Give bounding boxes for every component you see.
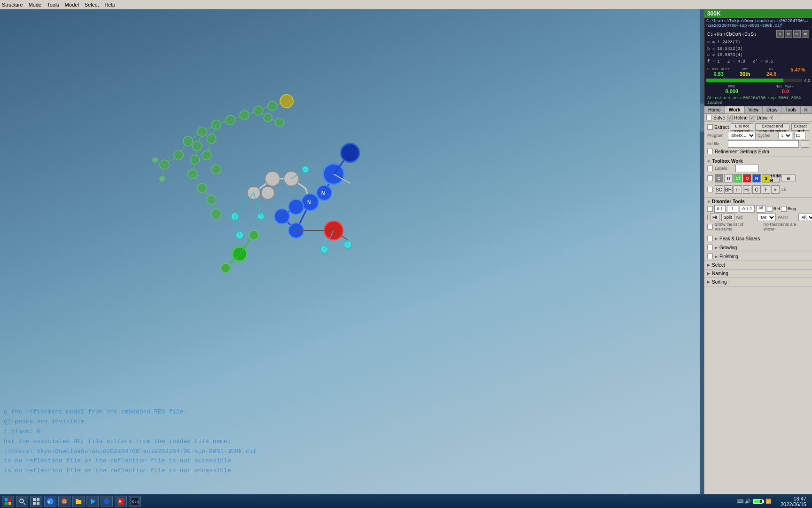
formula-icon-4[interactable]: ⊠ [802, 30, 809, 38]
solve-checkbox[interactable] [706, 115, 712, 120]
svg-point-87 [221, 263, 230, 273]
menu-select[interactable]: Select [85, 2, 99, 8]
labels-checkbox[interactable] [707, 166, 713, 171]
bing-checkbox[interactable] [781, 206, 787, 212]
stat-r1pct: 5.47% [786, 67, 810, 77]
tool-sc[interactable]: SC [715, 185, 723, 194]
extract-checkbox[interactable] [707, 124, 713, 130]
draw-label[interactable]: Draw [757, 115, 767, 120]
peak-uso-checkbox[interactable] [707, 236, 713, 241]
refine-label[interactable]: Refine [734, 115, 748, 120]
growing-header[interactable]: ▶ Growing [704, 243, 812, 252]
draw-checkbox[interactable]: ✓ [750, 115, 755, 120]
refine-checkbox[interactable]: ✓ [727, 115, 733, 120]
atom-btn-add[interactable]: +Add H [771, 174, 780, 183]
taskbar-acrobat[interactable]: A [115, 496, 127, 507]
split-btn[interactable]: Split [721, 214, 734, 221]
tab-draw[interactable]: Draw [763, 106, 781, 113]
disorder-btn-all[interactable]: All [756, 205, 765, 213]
taskbar-app1[interactable] [101, 496, 113, 507]
clock-time: 13:47 [781, 496, 806, 501]
extract-btn3[interactable]: Extract and [791, 123, 809, 131]
tab-home[interactable]: Home [704, 106, 725, 113]
atom-btn-S[interactable]: S [762, 174, 770, 183]
taskbar-cmd[interactable]: C:\ [129, 496, 141, 507]
svg-point-76 [341, 143, 359, 162]
text-line-3: t block: 0 [4, 427, 257, 437]
disorder-btn-012[interactable]: 0 1 2 [740, 205, 755, 213]
growing-checkbox[interactable] [707, 245, 713, 250]
tab-r[interactable]: R [801, 106, 812, 113]
formula-icon-3[interactable]: ⊟ [793, 30, 801, 38]
peak-uso-section: ▶ Peak & Uso Sliders [704, 234, 812, 243]
panel-stats: S min DFer 0.83 Ref 30th R1 24.6 5.47% [704, 66, 812, 78]
task-view-btn[interactable] [30, 496, 42, 507]
cycles-select[interactable]: LS [778, 132, 792, 139]
naming-header[interactable]: ▶ Naming [704, 270, 812, 278]
tool-triple[interactable]: ≡ [771, 185, 780, 194]
atom-btn-N[interactable]: N [752, 174, 761, 183]
svg-rect-94 [8, 502, 11, 505]
finishing-checkbox[interactable] [707, 254, 713, 259]
atom-btn-H[interactable]: H [724, 174, 733, 183]
tool-c[interactable]: C [752, 185, 761, 194]
ref-checkbox[interactable] [767, 206, 773, 212]
program-select[interactable]: SheIX... [728, 132, 756, 139]
extract-btn2[interactable]: Extract and clean directory [755, 123, 789, 131]
show-checkbox[interactable] [707, 224, 713, 230]
tab-view[interactable]: View [745, 106, 763, 113]
stat-peak: Not Peak -0.0 [759, 84, 811, 94]
tab-tools[interactable]: Tools [781, 106, 800, 113]
solve-label[interactable]: Solve [713, 115, 725, 120]
tool-bh[interactable]: BH [724, 185, 733, 194]
tart-select[interactable]: TART [757, 214, 776, 221]
labels-input[interactable]: Parts [735, 165, 759, 172]
atom-btn-C[interactable]: C [715, 174, 723, 183]
atom-btn-Cl[interactable]: Cl [734, 174, 742, 183]
svg-text:C:\: C:\ [132, 500, 139, 504]
hkl-input[interactable] [728, 140, 799, 148]
add-atom-btn[interactable]: ⊞ [781, 175, 796, 182]
disorder-checkbox[interactable] [707, 206, 713, 212]
select-header[interactable]: ▶ Select [704, 261, 812, 269]
disorder-btn-01[interactable]: 0 1 [714, 205, 726, 213]
atom-btn-O[interactable]: O [743, 174, 751, 183]
right-panel: 300K C:\Users\Tokyo\Downloads\anie202204… [704, 9, 812, 508]
scroll-thumb[interactable] [700, 103, 704, 132]
menu-structure[interactable]: Structure [2, 2, 23, 8]
disorder-btn-1[interactable]: 1 [727, 205, 738, 213]
tool-f[interactable]: F [762, 185, 770, 194]
taskbar-ie[interactable]: e [44, 496, 56, 507]
fit-btn[interactable]: Fit [710, 214, 719, 221]
menu-model[interactable]: Model [65, 2, 79, 8]
formula-icon-1[interactable]: ✎ [776, 30, 784, 38]
viewport-3d[interactable]: N N g the refinement model from the embe… [0, 9, 704, 508]
afg-select[interactable]: Afg to [798, 214, 812, 221]
extract-btn1[interactable]: List not inserted [731, 123, 753, 131]
tool-up[interactable]: ↑↑ [734, 185, 742, 194]
search-taskbar-btn[interactable] [16, 496, 28, 507]
tab-work[interactable]: Work [725, 106, 745, 113]
cycles-input[interactable] [794, 132, 805, 139]
peak-uso-header[interactable]: ▶ Peak & Uso Sliders [704, 234, 812, 243]
svg-point-17 [226, 115, 235, 125]
tools-checkbox[interactable] [707, 187, 713, 192]
finishing-header[interactable]: ▶ Finishing [704, 252, 812, 261]
menu-help[interactable]: Help [104, 2, 115, 8]
stat-r1: R1 24.6 [759, 67, 784, 77]
formula-icon-2[interactable]: ⊞ [785, 30, 792, 38]
viewport-scrollbar[interactable] [700, 9, 704, 508]
atoms-checkbox[interactable] [707, 175, 713, 181]
menu-mode[interactable]: Mode [29, 2, 42, 8]
taskbar-media[interactable] [86, 496, 99, 507]
refinement-extra-checkbox[interactable] [707, 149, 713, 154]
menu-tools[interactable]: Tools [47, 2, 59, 8]
tool-hor[interactable]: H↕ [743, 185, 751, 194]
taskbar-chrome[interactable] [58, 496, 70, 507]
start-button[interactable] [2, 496, 14, 507]
taskbar-file-explorer[interactable] [72, 496, 85, 507]
fit-checkbox[interactable] [707, 214, 708, 220]
sorting-header[interactable]: ▶ Sorting [704, 278, 812, 286]
panel-formula: C₂₄H₃₇CbCoN₄O₂S₂ ✎ ⊞ ⊟ ⊠ [704, 29, 812, 39]
hkl-browse-btn[interactable]: ... [801, 140, 809, 148]
